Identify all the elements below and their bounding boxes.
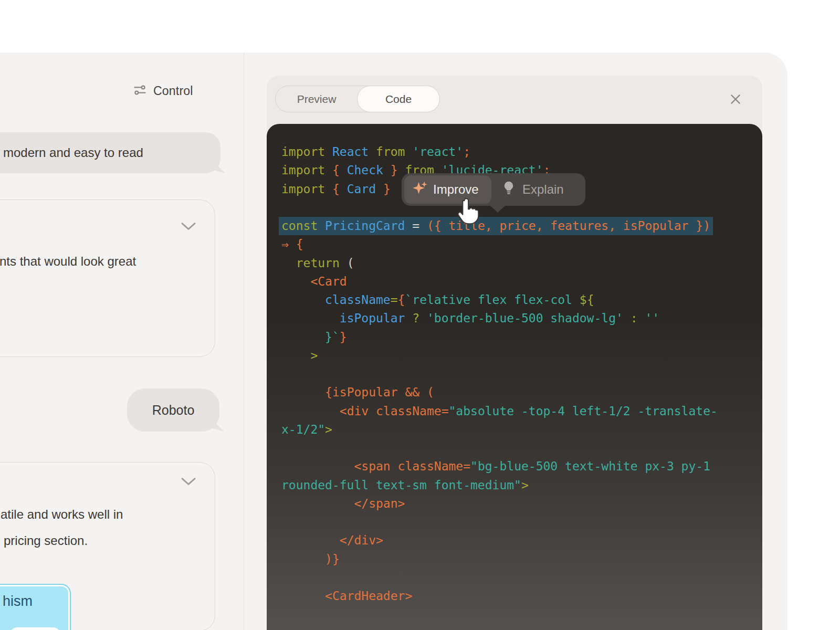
- code-line: <span className="bg-blue-500 text-white …: [281, 457, 762, 476]
- code-line: return (: [281, 254, 762, 272]
- chat-bubble-roboto: Roboto: [127, 388, 219, 432]
- code-line: x-1/2">: [281, 421, 762, 439]
- code-line: <CardHeader>: [281, 587, 762, 605]
- code-action-tooltip: Improve Explain: [402, 173, 585, 206]
- code-line: const PricingCard = ({ title, price, fea…: [281, 217, 762, 235]
- code-line: [281, 513, 762, 531]
- sparkles-icon: [412, 180, 428, 199]
- close-icon[interactable]: [729, 92, 742, 106]
- code-line: rounded-full text-sm font-medium">: [281, 476, 762, 495]
- code-line: )}: [281, 550, 762, 569]
- hand-pointer-cursor: [455, 197, 480, 228]
- explain-button[interactable]: Explain: [496, 173, 564, 206]
- chip-label: hism: [3, 593, 33, 610]
- explain-label: Explain: [522, 182, 564, 197]
- code-line: [281, 365, 762, 383]
- sliders-icon: [133, 83, 147, 99]
- code-line: [281, 569, 762, 587]
- code-line: </span>: [281, 495, 762, 513]
- style-chip[interactable]: hism: [0, 584, 71, 630]
- lightbulb-icon: [501, 181, 516, 198]
- chevron-down-icon[interactable]: [180, 221, 197, 234]
- chip-inner-bubble: [10, 627, 60, 630]
- code-line: ⇒ {: [281, 235, 762, 254]
- code-line: </div>: [281, 531, 762, 550]
- code-line: >: [281, 346, 762, 365]
- chat-bubble-modern: modern and easy to read: [0, 132, 220, 173]
- code-line: import React from 'react';: [281, 143, 762, 161]
- code-line: <div className="absolute -top-4 left-1/2…: [281, 402, 762, 421]
- code-modal: Preview Code import React from 'react';i…: [267, 76, 762, 630]
- code-line: [281, 439, 762, 457]
- improve-label: Improve: [433, 182, 479, 197]
- code-line: <Card: [281, 272, 762, 291]
- tab-code[interactable]: Code: [357, 86, 440, 112]
- card-text-line: pricing section.: [1, 528, 123, 554]
- code-line: {isPopular && (: [281, 383, 762, 402]
- control-header[interactable]: Control: [133, 83, 193, 99]
- chat-bubble-text: Roboto: [152, 403, 195, 418]
- card-text-line: atile and works well in: [1, 501, 123, 528]
- chevron-down-icon[interactable]: [180, 476, 197, 489]
- code-line: }`}: [281, 328, 762, 346]
- view-tabs: Preview Code: [275, 86, 440, 112]
- column-divider: [244, 52, 244, 630]
- control-label: Control: [153, 84, 193, 98]
- code-line: isPopular ? 'border-blue-500 shadow-lg' …: [281, 309, 762, 328]
- code-line: className={`relative flex flex-col ${: [281, 291, 762, 309]
- card-text: nts that would look great: [0, 248, 136, 275]
- chat-bubble-text: modern and easy to read: [3, 145, 143, 160]
- font-suggestion-card[interactable]: nts that would look great: [0, 200, 215, 357]
- tooltip-arrow: [490, 205, 506, 213]
- tab-preview[interactable]: Preview: [276, 86, 358, 112]
